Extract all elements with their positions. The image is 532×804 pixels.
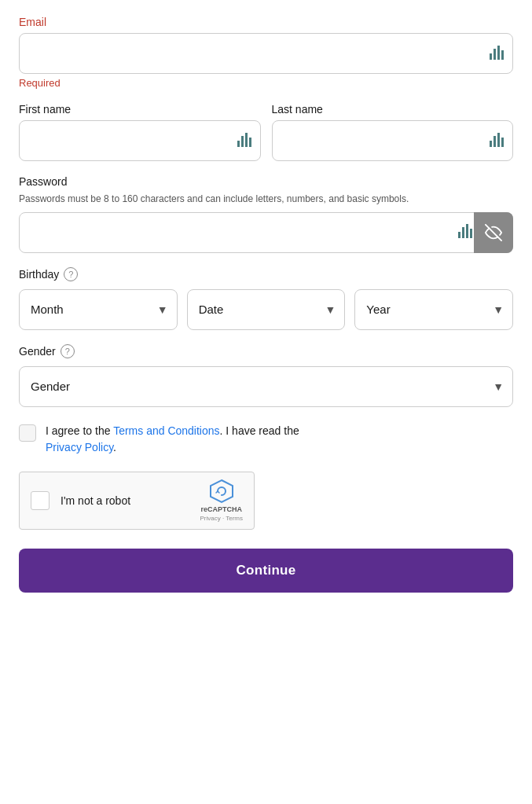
password-label: Password [19, 175, 513, 188]
year-select[interactable]: Year 202420232022 202120202010 200019901… [354, 289, 513, 330]
birthday-help-icon: ? [64, 267, 78, 281]
birthday-label-row: Birthday ? [19, 267, 513, 281]
terms-text-after: . [113, 441, 116, 453]
captcha-section: I'm not a robot reCAPTCHA Privacy · Term… [19, 472, 513, 530]
continue-button[interactable]: Continue [19, 549, 513, 593]
gender-section: Gender ? Gender Male Female Non-binary P… [19, 344, 513, 407]
password-hint: Passwords must be 8 to 160 characters an… [19, 193, 513, 206]
terms-section: I agree to the Terms and Conditions. I h… [19, 423, 513, 456]
gender-select-wrapper: Gender Male Female Non-binary Prefer not… [19, 366, 513, 407]
birthday-section: Birthday ? Month January February March … [19, 267, 513, 330]
last-name-label: Last name [272, 103, 514, 116]
email-input-wrapper [19, 33, 513, 74]
captcha-label: I'm not a robot [61, 494, 189, 507]
last-name-input-wrapper [272, 120, 514, 161]
recaptcha-brand-text: reCAPTCHA [200, 505, 242, 513]
gender-label-row: Gender ? [19, 344, 513, 358]
first-name-section: First name [19, 103, 261, 161]
privacy-policy-link[interactable]: Privacy Policy [46, 441, 113, 453]
gender-select[interactable]: Gender Male Female Non-binary Prefer not… [19, 366, 513, 407]
recaptcha-logo-area: reCAPTCHA Privacy · Terms [200, 479, 243, 522]
month-select-wrapper: Month January February March April May J… [19, 289, 178, 330]
password-input[interactable] [19, 212, 513, 253]
terms-conditions-link[interactable]: Terms and Conditions [113, 424, 219, 437]
gender-help-icon: ? [61, 344, 75, 358]
date-select[interactable]: Date 1234 5678 9101112 13141516 17181920… [187, 289, 346, 330]
first-name-input[interactable] [19, 120, 261, 161]
eye-slash-icon [485, 224, 502, 241]
password-section: Password Passwords must be 8 to 160 char… [19, 175, 513, 253]
captcha-checkbox[interactable] [31, 491, 50, 510]
email-section: Email Required [19, 16, 513, 89]
terms-text-middle: . I have read the [220, 424, 299, 437]
password-toggle-button[interactable] [474, 212, 513, 253]
name-row: First name Last name [19, 103, 513, 175]
last-name-section: Last name [272, 103, 514, 161]
recaptcha-logo-icon [209, 479, 234, 504]
date-select-wrapper: Date 1234 5678 9101112 13141516 17181920… [187, 289, 346, 330]
terms-checkbox[interactable] [19, 424, 36, 442]
email-input[interactable] [19, 33, 513, 74]
captcha-box: I'm not a robot reCAPTCHA Privacy · Term… [19, 472, 255, 530]
birthday-row: Month January February March April May J… [19, 289, 513, 330]
recaptcha-links-text: Privacy · Terms [200, 515, 243, 522]
first-name-label: First name [19, 103, 261, 116]
required-text: Required [19, 77, 513, 89]
gender-label: Gender [19, 345, 56, 358]
month-select[interactable]: Month January February March April May J… [19, 289, 178, 330]
last-name-input[interactable] [272, 120, 514, 161]
terms-text: I agree to the Terms and Conditions. I h… [46, 423, 299, 456]
terms-text-before: I agree to the [46, 424, 113, 437]
email-label: Email [19, 16, 513, 28]
birthday-label: Birthday [19, 268, 59, 281]
first-name-input-wrapper [19, 120, 261, 161]
password-input-wrapper [19, 212, 513, 253]
year-select-wrapper: Year 202420232022 202120202010 200019901… [354, 289, 513, 330]
